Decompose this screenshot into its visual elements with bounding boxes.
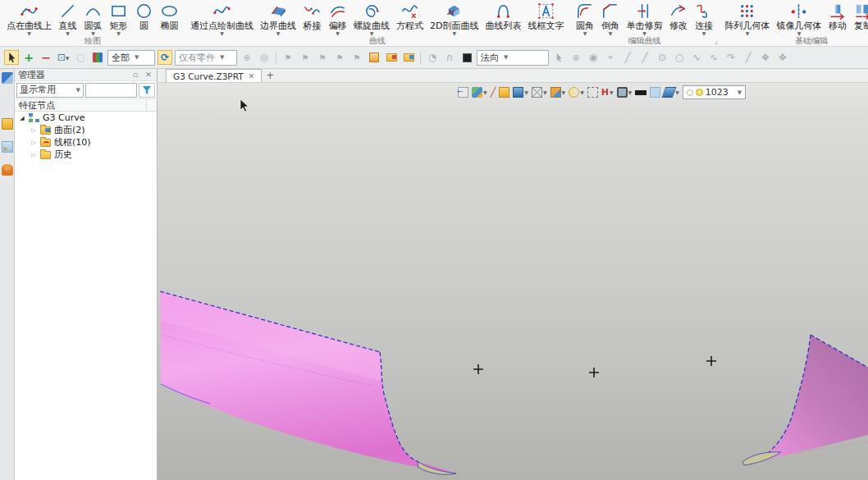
remove-selection-icon[interactable]: − xyxy=(39,50,53,65)
isometric-icon xyxy=(499,87,509,98)
filter-scope-select[interactable]: 全部▼ xyxy=(107,50,155,66)
canvas-color-button[interactable] xyxy=(650,86,660,99)
funnel-filter-button[interactable] xyxy=(139,83,155,98)
flag-icon: ⚑ xyxy=(332,50,347,65)
button-chamfer[interactable]: 倒角▼ xyxy=(597,1,623,36)
part-tab-icon[interactable] xyxy=(2,118,13,130)
section-view-button[interactable]: ▼ xyxy=(569,86,584,99)
button-pattern-geometry[interactable]: 阵列几何体▼ xyxy=(721,1,773,36)
role-tab-icon[interactable] xyxy=(2,164,13,176)
group-caption-edit-curve: 编辑曲线 xyxy=(572,36,716,46)
plus-marker[interactable] xyxy=(473,364,483,374)
expander-closed-icon[interactable]: ▷ xyxy=(30,152,37,158)
wireframe-mode-button[interactable]: ▼ xyxy=(532,86,547,99)
tree-node-wireframe[interactable]: ▷ 线框(10) xyxy=(15,136,157,149)
button-fillet[interactable]: 圆角▼ xyxy=(572,1,597,36)
button-curve-list[interactable]: 曲线列表 xyxy=(482,1,524,31)
button-2d-section-curve[interactable]: 2D剖面曲线▼ xyxy=(427,1,482,36)
circle-icon xyxy=(135,2,153,21)
manager-tab-icon[interactable] xyxy=(2,72,13,84)
button-label: 椭圆 xyxy=(161,21,179,31)
viewport-3d[interactable]: ▼ ╱ ▼ ▼ ▼ ▼ H▼ ▼ ▼ 1023 xyxy=(158,83,868,480)
button-click-trim[interactable]: 单击修剪▼ xyxy=(623,1,665,36)
button-copy[interactable]: 复制 xyxy=(850,1,868,31)
orientation-select[interactable]: 法向▼ xyxy=(477,50,549,66)
display-scope-select[interactable]: 仅有零件▼ xyxy=(175,50,237,66)
group-caption-curve: 曲线 xyxy=(187,36,567,46)
expander-open-icon[interactable]: ◢ xyxy=(19,115,25,121)
clip-plane-button[interactable]: H▼ xyxy=(601,86,614,99)
button-move[interactable]: 移动 xyxy=(825,1,850,31)
lights-select[interactable]: 1023 ▼ xyxy=(683,85,746,99)
button-label: 线框文字 xyxy=(528,21,564,31)
zoom-window-button[interactable] xyxy=(587,86,598,99)
button-line[interactable]: 直线▼ xyxy=(55,1,80,36)
pick-target-icon[interactable]: ⊡▼ xyxy=(56,50,71,65)
chevron-down-icon: ▼ xyxy=(543,89,547,95)
cursor-ghost-icon xyxy=(551,50,566,65)
button-wireframe-text[interactable]: 线框文字 xyxy=(524,1,567,31)
button-point-on-curve[interactable]: 点在曲线上▼ xyxy=(3,1,55,36)
background-color-button[interactable] xyxy=(635,86,646,99)
surface-right-tip-sliver xyxy=(742,452,781,465)
tree-node-surfaces[interactable]: ▷ 曲面(2) xyxy=(15,124,157,136)
chevron-down-icon: ▼ xyxy=(483,89,487,95)
visualize-tab-icon[interactable] xyxy=(2,141,13,153)
snap-arc-icon: ↷ xyxy=(724,50,738,65)
button-curve-through-points[interactable]: 通过点绘制曲线▼ xyxy=(187,1,257,36)
redline-button[interactable]: ╱ xyxy=(491,86,496,99)
close-panel-icon[interactable]: ✕ xyxy=(144,71,153,79)
surface-left[interactable] xyxy=(160,291,456,474)
surface-right[interactable] xyxy=(742,335,868,465)
side-icon-strip xyxy=(0,69,15,480)
new-tab-button[interactable]: + xyxy=(262,69,278,82)
button-boundary-curve[interactable]: 边界曲线▼ xyxy=(257,1,299,36)
background-icon[interactable] xyxy=(459,50,474,65)
plus-marker[interactable] xyxy=(706,356,716,366)
button-helix-curve[interactable]: 螺旋曲线▼ xyxy=(350,1,393,36)
pick-cursor-icon[interactable] xyxy=(4,50,19,65)
layers-icon xyxy=(662,87,677,98)
button-rectangle[interactable]: 矩形▼ xyxy=(106,1,131,36)
add-selection-icon[interactable]: + xyxy=(21,50,36,65)
exit-sketch-button[interactable] xyxy=(458,86,468,99)
import-folder-icon[interactable] xyxy=(401,50,416,65)
curve-through-points-icon xyxy=(212,2,231,21)
button-arc[interactable]: 圆弧▼ xyxy=(80,1,106,36)
tree-node-history[interactable]: ▷ 历史 xyxy=(15,149,157,161)
notes-icon[interactable] xyxy=(367,50,381,65)
tab-close-icon[interactable]: ✕ xyxy=(249,72,255,80)
view-orientation-button[interactable]: ▼ xyxy=(513,86,528,99)
button-bridge[interactable]: 桥接 xyxy=(299,1,325,31)
isometric-view-button[interactable] xyxy=(499,86,509,99)
lights-value: 1023 xyxy=(706,87,729,98)
button-mirror-geometry[interactable]: 镜像几何体▼ xyxy=(773,1,825,36)
button-connect[interactable]: 连接▼ xyxy=(691,1,716,36)
filter-icon[interactable] xyxy=(90,50,105,65)
document-canvas: G3 Curve.Z3PRT ✕ + xyxy=(158,69,868,480)
tree-search-input[interactable] xyxy=(85,83,137,98)
tree-filter-select[interactable]: 显示常用 ▼ xyxy=(16,83,84,98)
button-modify[interactable]: 修改 xyxy=(665,1,691,31)
regen-icon[interactable]: ⟳ xyxy=(158,50,172,65)
tree-root-row[interactable]: ◢ G3 Curve xyxy=(15,112,157,124)
chevron-down-icon: ▼ xyxy=(562,89,566,95)
button-equation[interactable]: 方程式 xyxy=(393,1,427,31)
chevron-down-icon: ▼ xyxy=(524,89,528,95)
open-folder-icon[interactable] xyxy=(384,50,399,65)
shaded-mode-button[interactable]: ▼ xyxy=(550,86,566,99)
layer-button[interactable]: ▼ xyxy=(664,86,679,99)
group-dialog-launcher-icon[interactable]: ⌟ xyxy=(715,38,718,46)
mirror-icon xyxy=(789,2,808,21)
button-ellipse[interactable]: 椭圆 xyxy=(157,1,182,31)
display-mode-button[interactable]: ▼ xyxy=(617,86,633,99)
float-panel-icon[interactable]: ▫ xyxy=(130,71,140,79)
button-circle[interactable]: 圆 xyxy=(131,1,157,31)
expander-closed-icon[interactable]: ▷ xyxy=(30,127,37,134)
plus-marker[interactable] xyxy=(589,368,599,377)
render-style-button[interactable]: ▼ xyxy=(472,86,487,99)
chevron-down-icon: ▼ xyxy=(675,89,679,95)
expander-closed-icon[interactable]: ▷ xyxy=(30,139,37,146)
document-tab[interactable]: G3 Curve.Z3PRT ✕ xyxy=(166,69,262,82)
button-offset[interactable]: 偏移▼ xyxy=(325,1,350,36)
